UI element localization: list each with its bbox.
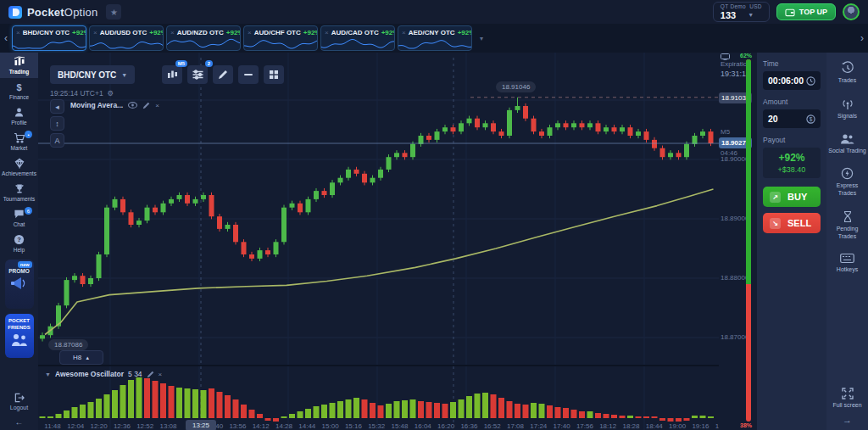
letter-a-button[interactable]: A bbox=[50, 133, 64, 148]
chat-unread-badge: 6 bbox=[25, 207, 32, 215]
fullscreen-button[interactable]: Full screen bbox=[828, 388, 867, 410]
right-sidebar: Trades Signals Social Trading Express Tr… bbox=[826, 53, 868, 430]
sort-arrows-button[interactable]: ↕ bbox=[50, 116, 64, 131]
gear-icon[interactable]: ⚙ bbox=[108, 89, 114, 98]
close-icon[interactable]: × bbox=[16, 30, 20, 36]
svg-text:$: $ bbox=[810, 115, 813, 121]
pencil-icon bbox=[218, 70, 228, 80]
sparkline bbox=[398, 36, 471, 50]
people-icon bbox=[9, 332, 30, 349]
asset-tab[interactable]: ×AUD/CAD OTC+92% bbox=[320, 25, 395, 51]
promo-tile[interactable]: new PROMO bbox=[5, 260, 34, 309]
dollar-circle-icon[interactable]: $ bbox=[806, 114, 815, 124]
sidebar-item-pending-trades[interactable]: Pending Trades bbox=[828, 210, 867, 241]
close-icon[interactable]: × bbox=[325, 30, 329, 36]
sidebar-item-achievements[interactable]: Achievements bbox=[0, 154, 38, 180]
top-up-button[interactable]: TOP UP bbox=[776, 3, 836, 20]
price-axis[interactable]: Expiration 19:31:14 18.91031 M5 18.90271… bbox=[719, 53, 757, 430]
brand-light: Option bbox=[64, 6, 98, 19]
sidebar-item-trading[interactable]: Trading bbox=[0, 53, 38, 78]
sidebar-item-help[interactable]: ? Help bbox=[0, 231, 38, 256]
sidebar-item-profile[interactable]: Profile bbox=[0, 103, 38, 129]
svg-text:12:36: 12:36 bbox=[114, 422, 131, 430]
avatar[interactable] bbox=[843, 3, 860, 20]
market-notification-badge: • bbox=[25, 131, 32, 138]
pane-collapse-button[interactable]: H8▲ bbox=[59, 350, 103, 365]
account-selector[interactable]: QT Demo USD 133▼ bbox=[713, 2, 770, 21]
history-icon bbox=[841, 61, 854, 75]
indicators-button[interactable]: 2 bbox=[187, 65, 208, 84]
close-icon[interactable]: × bbox=[402, 30, 406, 36]
close-icon[interactable]: × bbox=[155, 102, 159, 109]
payout-label: Payout bbox=[763, 136, 821, 144]
svg-text:13:08: 13:08 bbox=[159, 422, 177, 430]
sidebar-item-trades[interactable]: Trades bbox=[828, 61, 867, 85]
sidebar-collapse-icon[interactable]: ← bbox=[15, 417, 24, 427]
trophy-icon bbox=[14, 183, 25, 194]
pocketoption-logo-icon[interactable] bbox=[8, 6, 22, 19]
chevron-down-icon: ▼ bbox=[121, 72, 127, 78]
time-label: Time bbox=[763, 59, 821, 68]
sparkline bbox=[321, 36, 394, 50]
pocket-friends-tile[interactable]: POCKET FRIENDS bbox=[5, 314, 34, 358]
top-bar: PocketOption ★ QT Demo USD 133▼ TOP UP bbox=[0, 0, 868, 24]
svg-text:16:52: 16:52 bbox=[484, 422, 502, 430]
time-input[interactable]: 00:06:00 bbox=[763, 71, 821, 90]
candlestick-chart-icon bbox=[14, 56, 25, 67]
close-icon[interactable]: × bbox=[248, 30, 252, 36]
tabs-scroll-right-icon[interactable]: › bbox=[856, 32, 868, 44]
chevron-up-icon: ▲ bbox=[85, 355, 90, 360]
asset-tab[interactable]: ×AUD/CHF OTC+92% bbox=[243, 25, 318, 51]
sidebar-item-market[interactable]: • Market bbox=[0, 129, 38, 154]
chat-bubble-icon bbox=[14, 209, 25, 220]
pencil-icon[interactable] bbox=[142, 102, 150, 109]
sidebar-item-hotkeys[interactable]: Hotkeys bbox=[828, 253, 867, 274]
svg-text:12:20: 12:20 bbox=[91, 422, 108, 430]
close-icon[interactable]: × bbox=[93, 30, 97, 36]
close-icon[interactable]: × bbox=[159, 371, 163, 378]
sidebar-item-express-trades[interactable]: Express Trades bbox=[828, 167, 867, 198]
top-up-label: TOP UP bbox=[799, 8, 827, 16]
panel-collapse-left-button[interactable]: ◂ bbox=[50, 99, 64, 114]
amount-input[interactable]: 20 $ bbox=[763, 109, 821, 128]
sidebar-item-chat[interactable]: 6 Chat bbox=[0, 205, 38, 231]
tabs-scroll-left-icon[interactable]: ‹ bbox=[0, 32, 12, 44]
oscillator-title: Awesome Oscillator bbox=[55, 370, 124, 378]
arrow-up-icon: ↗ bbox=[770, 192, 781, 203]
chevron-down-icon[interactable]: ▼ bbox=[45, 371, 51, 377]
eye-icon[interactable] bbox=[128, 102, 137, 109]
drawing-tools-button[interactable] bbox=[213, 65, 233, 84]
asset-tab[interactable]: ×AED/CNY OTC+92% bbox=[398, 25, 472, 51]
grid-icon bbox=[269, 70, 279, 80]
clock-icon[interactable] bbox=[806, 76, 815, 86]
svg-text:17:40: 17:40 bbox=[554, 422, 571, 430]
close-icon[interactable]: × bbox=[170, 30, 175, 36]
chart-area: 11:4812:0412:2012:3612:5213:0813:4013:56… bbox=[38, 53, 757, 430]
svg-text:13:56: 13:56 bbox=[229, 422, 247, 430]
sell-button[interactable]: ↘ SELL bbox=[763, 213, 821, 233]
svg-text:?: ? bbox=[17, 236, 21, 243]
svg-text:18:28: 18:28 bbox=[622, 422, 640, 430]
keyboard-icon bbox=[840, 253, 854, 264]
layout-grid-button[interactable] bbox=[264, 65, 284, 84]
pencil-icon[interactable] bbox=[147, 371, 154, 378]
sidebar-item-tournaments[interactable]: Tournaments bbox=[0, 180, 38, 205]
indicators-count-badge: 2 bbox=[205, 60, 213, 67]
asset-tab[interactable]: ×BHD/CNY OTC+92% bbox=[12, 25, 86, 51]
buy-button[interactable]: ↗ BUY bbox=[763, 187, 821, 207]
sidebar-item-finance[interactable]: $ Finance bbox=[0, 78, 38, 103]
sidebar-item-social-trading[interactable]: Social Trading bbox=[828, 133, 867, 155]
sidebar-item-signals[interactable]: Signals bbox=[828, 98, 867, 120]
panel-expand-right-icon[interactable]: → bbox=[843, 415, 852, 425]
chart-type-button[interactable]: M5 bbox=[162, 65, 182, 84]
oscillator-params: 5 34 bbox=[128, 370, 142, 378]
tabs-dropdown-icon[interactable]: ▾ bbox=[480, 35, 483, 42]
asset-tab[interactable]: ×AUD/NZD OTC+92% bbox=[166, 25, 241, 51]
svg-text:14:12: 14:12 bbox=[253, 422, 270, 430]
logout-button[interactable]: Logout bbox=[10, 393, 28, 410]
favorites-star-icon[interactable]: ★ bbox=[106, 4, 121, 20]
asset-tab[interactable]: ×AUD/USD OTC+92% bbox=[89, 25, 164, 51]
symbol-selector-button[interactable]: BHD/CNY OTC▼ bbox=[50, 65, 135, 84]
signal-icon bbox=[841, 98, 854, 110]
line-tool-button[interactable] bbox=[238, 65, 259, 84]
